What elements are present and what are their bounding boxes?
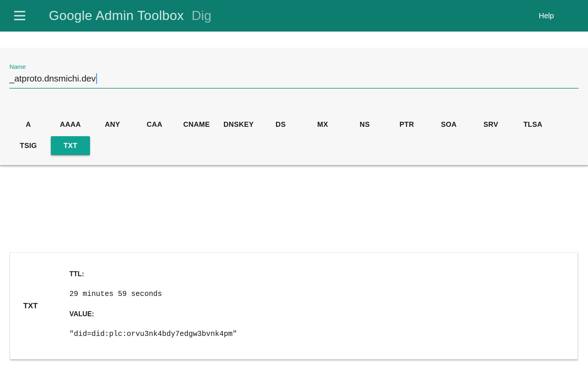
record-type-aaaa[interactable]: AAAA <box>51 115 90 134</box>
record-value: "did=did:plc:orvu3nk4bdy7edgw3bvnk4pm" <box>69 330 572 338</box>
record-type-tlsa[interactable]: TLSA <box>513 115 552 134</box>
record-type-mx[interactable]: MX <box>303 115 342 134</box>
name-input[interactable]: _atproto.dnsmichi.dev <box>9 73 579 89</box>
app-title: Dig <box>191 8 211 23</box>
ttl-label: TTL: <box>69 270 572 278</box>
result-record-type: TXT <box>10 252 69 359</box>
record-type-tsig[interactable]: TSIG <box>9 136 48 155</box>
brand-title: Google Admin Toolbox <box>49 8 184 23</box>
record-type-a[interactable]: A <box>9 115 48 134</box>
query-panel: Name _atproto.dnsmichi.dev AAAAAANYCAACN… <box>0 48 588 165</box>
record-type-ds[interactable]: DS <box>261 115 300 134</box>
app-header: Google Admin Toolbox Dig Help <box>0 0 588 32</box>
record-type-cname[interactable]: CNAME <box>177 115 216 134</box>
record-type-caa[interactable]: CAA <box>135 115 174 134</box>
record-type-list: AAAAAANYCAACNAMEDNSKEYDSMXNSPTRSOASRVTLS… <box>7 114 581 156</box>
record-type-txt[interactable]: TXT <box>51 136 90 155</box>
record-type-soa[interactable]: SOA <box>429 115 468 134</box>
result-card: TXT TTL: 29 minutes 59 seconds VALUE: "d… <box>10 252 578 359</box>
hamburger-menu-icon[interactable] <box>13 10 26 21</box>
value-label: VALUE: <box>69 310 572 318</box>
name-input-value: _atproto.dnsmichi.dev <box>9 74 96 84</box>
name-field-label: Name <box>9 63 579 70</box>
record-type-srv[interactable]: SRV <box>471 115 510 134</box>
ttl-value: 29 minutes 59 seconds <box>69 290 572 298</box>
record-type-dnskey[interactable]: DNSKEY <box>219 115 258 134</box>
menu-bar <box>14 19 25 20</box>
record-type-ns[interactable]: NS <box>345 115 384 134</box>
record-type-any[interactable]: ANY <box>93 115 132 134</box>
text-caret <box>96 73 97 84</box>
menu-bar <box>14 15 25 16</box>
result-detail: TTL: 29 minutes 59 seconds VALUE: "did=d… <box>69 252 577 359</box>
help-link[interactable]: Help <box>539 11 554 20</box>
menu-bar <box>14 11 25 12</box>
record-type-ptr[interactable]: PTR <box>387 115 426 134</box>
